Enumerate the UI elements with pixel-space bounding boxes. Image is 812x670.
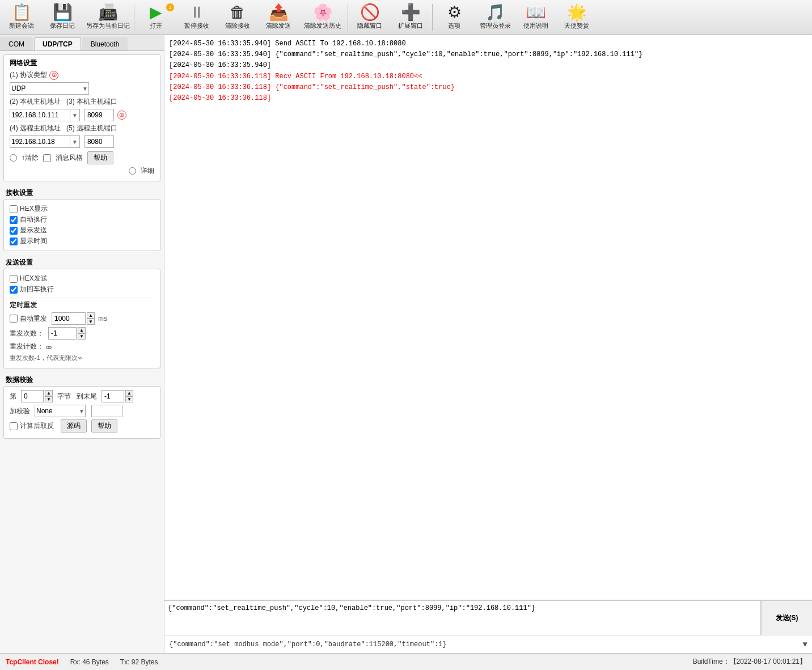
hex-send-label: HEX发送 [20,274,48,283]
message-format-checkbox[interactable] [43,154,51,162]
remote-port-input[interactable] [84,135,114,148]
help-button[interactable]: 📖 使用说明 [515,2,556,33]
retry-spinbox-btns: ▲ ▼ [78,327,86,340]
hide-window-label: 隐藏窗口 [357,22,382,30]
local-port-input[interactable] [84,109,114,121]
show-time-row: 显示时间 [10,236,154,246]
tab-com[interactable]: COM [0,37,33,50]
retry-count-input[interactable] [48,327,77,340]
checksum-help-btn[interactable]: 帮助 [91,419,117,432]
open-button[interactable]: ▶ 3 打开 [136,2,176,33]
to-spinbox: ▲ ▼ [102,390,133,402]
interval-spinbox-btns: ▲ ▼ [87,312,95,325]
send-textarea[interactable]: {"command":"set_realtime_push","cycle":1… [164,601,761,635]
data-checksum-section: 第 ▲ ▼ 字节 到末尾 ▲ ▼ [3,386,160,439]
interval-up-btn[interactable]: ▲ [87,312,95,319]
interval-unit: ms [98,315,107,323]
log-line-1: [2024-05-30 16:33:35.940] {"command":"se… [169,49,807,60]
network-help-button[interactable]: 帮助 [87,151,113,164]
checksum-select-wrap: None CRC16 CRC8 ▼ [35,405,86,417]
log-line-3: [2024-05-30 16:33:36.118] Recv ASCII Fro… [169,71,807,82]
from-spinbox: ▲ ▼ [21,390,53,402]
send-settings-label: 发送设置 [6,258,158,268]
send-input-row: {"command":"set_realtime_push","cycle":1… [164,601,812,635]
retry-count-down-btn[interactable]: ▼ [78,333,86,340]
send-settings-section: HEX发送 加回车换行 定时重发 自动重发 ▲ ▼ [3,269,160,368]
to-down-btn[interactable]: ▼ [125,396,133,402]
right-panel: [2024-05-30 16:33:35.940] Send ASCII To … [164,35,812,653]
clear-send-history-button[interactable]: 🌸 清除发送历史 [299,2,346,33]
show-time-checkbox[interactable] [10,238,18,245]
byte-label: 字节 [57,392,71,401]
send-button[interactable]: 发送(S) [761,601,812,635]
from-input[interactable] [21,390,44,402]
protocol-select[interactable]: UDP TCP Client TCP Server [10,82,89,95]
from-down-btn[interactable]: ▼ [45,396,53,402]
hide-window-button[interactable]: 🚫 隐藏窗口 [349,2,390,33]
interval-down-btn[interactable]: ▼ [87,319,95,325]
add-crlf-checkbox[interactable] [10,286,18,294]
save-as-log-button[interactable]: 📠 另存为当前日记 [83,2,133,33]
checksum-select[interactable]: None CRC16 CRC8 [35,405,86,417]
network-settings-section: 网络设置 (1) 协议类型 ① UDP TCP Client TCP Serve… [3,54,160,181]
angel-button[interactable]: 🌟 天使赞赏 [556,2,597,33]
local-host-dropdown[interactable]: ▼ [70,109,79,121]
remote-host-label: (4) 远程主机地址 [10,124,61,133]
local-host-input[interactable] [10,111,70,120]
open-icon: ▶ [150,5,162,20]
log-line-4: [2024-05-30 16:33:36.118] {"command":"se… [169,82,807,93]
tab-bluetooth[interactable]: Bluetooth [82,37,128,50]
status-tx: Tx: 92 Bytes [120,658,158,666]
to-spinbox-btns: ▲ ▼ [125,390,133,402]
source-btn[interactable]: 源码 [61,419,87,432]
divider-1 [134,4,134,31]
new-session-button[interactable]: 📋 新建会话 [1,2,42,33]
to-up-btn[interactable]: ▲ [125,390,133,396]
remote-host-input[interactable] [10,137,70,146]
auto-resend-checkbox[interactable] [10,315,18,323]
clear-recv-button[interactable]: 🗑 清除接收 [217,2,258,33]
options-button[interactable]: ⚙ 选项 [434,2,475,33]
open-label: 打开 [150,22,162,30]
clear-send-button[interactable]: 📤 清除发送 [258,2,299,33]
to-input[interactable] [102,390,124,402]
invert-checkbox[interactable] [10,422,18,430]
retry-note-row: 重发次数-1，代表无限次∞ [10,354,154,362]
save-log-label: 保存日记 [50,22,75,30]
local-port-label: (3) 本机主机端口 [66,97,117,107]
open-badge: 3 [166,3,174,11]
from-spinbox-btns: ▲ ▼ [45,390,53,402]
expand-window-button[interactable]: ➕ 扩展窗口 [390,2,431,33]
retry-counter-row: 重发计数： ∞ [10,342,154,351]
hex-display-checkbox[interactable] [10,205,18,213]
invert-row: 计算后取反 源码 帮助 [10,419,154,432]
auto-newline-label: 自动换行 [20,215,47,224]
save-log-button[interactable]: 💾 保存日记 [42,2,83,33]
message-format-label: 消息风格 [56,153,83,163]
tab-udp-tcp[interactable]: UDP/TCP [34,37,81,50]
show-send-checkbox[interactable] [10,227,18,235]
history-expand-icon[interactable]: ▼ [803,640,807,649]
detail-row: 详细 [10,166,154,176]
status-bar: TcpClient Close! Rx: 46 Bytes Tx: 92 Byt… [0,653,812,670]
remote-port-label: (5) 远程主机端口 [66,124,117,133]
log-line-5: [2024-05-30 16:33:36.118] [169,93,807,104]
hex-send-checkbox[interactable] [10,275,18,283]
angel-icon: 🌟 [567,5,587,20]
retry-count-up-btn[interactable]: ▲ [78,327,86,333]
detail-radio[interactable] [129,167,136,175]
hex-display-label: HEX显示 [20,204,48,214]
remote-host-dropdown[interactable]: ▼ [70,136,79,147]
checksum-result-input[interactable] [91,405,122,417]
clear-radio[interactable] [10,154,17,162]
from-up-btn[interactable]: ▲ [45,390,53,396]
auto-newline-row: 自动换行 [10,215,154,224]
timer-resend-label: 定时重发 [10,300,154,310]
pause-recv-button[interactable]: ⏸ 暂停接收 [176,2,217,33]
clear-send-hist-icon: 🌸 [313,5,333,20]
clear-recv-label: 清除接收 [225,22,250,30]
auto-newline-checkbox[interactable] [10,216,18,224]
admin-login-button[interactable]: 🎵 管理员登录 [475,2,515,33]
interval-input[interactable] [52,312,86,325]
clear-send-icon: 📤 [269,5,289,20]
